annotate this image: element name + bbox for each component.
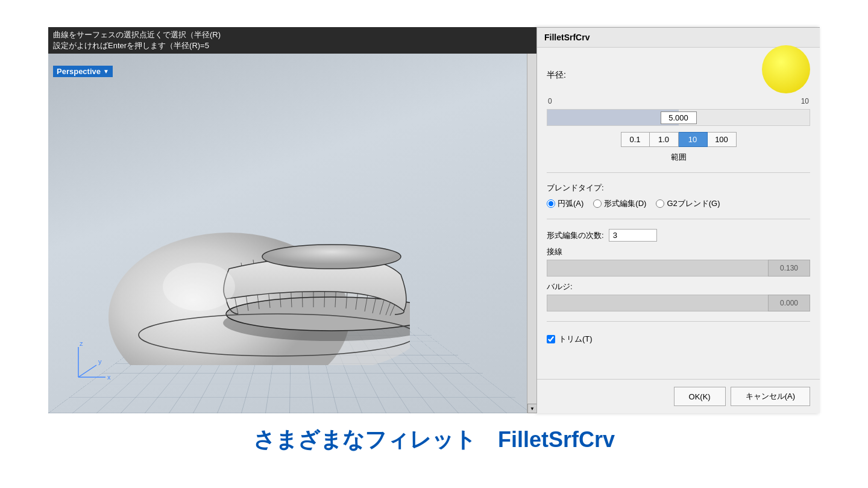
svg-text:x: x xyxy=(107,374,111,381)
shape-container xyxy=(108,136,410,365)
viewport: 曲線をサーフェスの選択点近くで選択（半径(R) 設定がよければEnterを押しま… xyxy=(48,27,536,413)
top-area: 曲線をサーフェスの選択点近くで選択（半径(R) 設定がよければEnterを押しま… xyxy=(48,27,820,413)
3d-shape-svg xyxy=(108,136,410,365)
radio-arc-label: 円弧(A) xyxy=(558,198,583,209)
scrollbar-track xyxy=(527,37,536,404)
radius-slider[interactable]: 5.000 xyxy=(547,109,810,126)
radio-g2blend[interactable]: G2ブレンド(G) xyxy=(656,198,720,209)
cancel-button[interactable]: キャンセル(A) xyxy=(731,387,810,406)
tangent-field-value[interactable]: 0.130 xyxy=(768,260,810,277)
divider-1 xyxy=(547,172,810,173)
format-degree-label: 形式編集の次数: xyxy=(547,230,604,241)
step-buttons-group: 0.1 1.0 10 100 xyxy=(547,132,810,147)
perspective-dropdown-arrow: ▼ xyxy=(103,68,109,75)
radius-section: 半径: 0 10 5.000 0.1 1.0 1 xyxy=(547,57,810,163)
main-container: 曲線をサーフェスの選択点近くで選択（半径(R) 設定がよければEnterを押しま… xyxy=(48,27,820,461)
trim-section[interactable]: トリム(T) xyxy=(547,334,810,345)
radio-format-label: 形式編集(D) xyxy=(604,198,646,209)
bulge-row: バルジ: 0.000 xyxy=(547,281,810,311)
command-line-1: 曲線をサーフェスの選択点近くで選択（半径(R) xyxy=(53,30,532,40)
svg-text:z: z xyxy=(80,341,83,347)
bulge-field-container: 0.000 xyxy=(547,295,810,311)
yellow-sphere-preview xyxy=(762,45,810,93)
tangent-row: 接線 0.130 xyxy=(547,246,810,277)
command-line-2: 設定がよければEnterを押します（半径(R)=5 xyxy=(53,40,532,51)
dialog-footer: OK(K) キャンセル(A) xyxy=(537,379,820,413)
slider-value-display: 5.000 xyxy=(661,111,697,124)
command-area: 曲線をサーフェスの選択点近くで選択（半径(R) 設定がよければEnterを押しま… xyxy=(48,27,536,54)
dialog-body: 半径: 0 10 5.000 0.1 1.0 1 xyxy=(537,48,820,379)
axes-indicator: z y x xyxy=(66,341,115,389)
caption-text: さまざまなフィレット FilletSrfCrv xyxy=(48,425,820,455)
slider-range-labels: 0 10 xyxy=(547,97,810,105)
blend-type-section: ブレンドタイプ: 円弧(A) 形式編集(D) G2ブレンド(G) xyxy=(547,183,810,209)
perspective-dropdown[interactable]: Perspective ▼ xyxy=(53,66,113,77)
divider-2 xyxy=(547,219,810,219)
dialog-title: FilletSrfCrv xyxy=(544,33,590,42)
svg-text:y: y xyxy=(98,358,102,365)
svg-line-26 xyxy=(78,365,96,377)
blend-type-label: ブレンドタイプ: xyxy=(547,183,810,193)
radius-label: 半径: xyxy=(547,70,566,81)
step-btn-0.1[interactable]: 0.1 xyxy=(621,132,650,147)
svg-point-23 xyxy=(163,263,235,311)
slider-min-label: 0 xyxy=(548,97,552,105)
blend-type-radio-group: 円弧(A) 形式編集(D) G2ブレンド(G) xyxy=(547,198,810,209)
perspective-label-text: Perspective xyxy=(57,67,101,76)
bulge-label: バルジ: xyxy=(547,281,810,292)
bulge-field-value[interactable]: 0.000 xyxy=(768,295,810,311)
tangent-label: 接線 xyxy=(547,246,810,257)
ok-button[interactable]: OK(K) xyxy=(674,387,726,406)
slider-fill xyxy=(547,110,679,125)
viewport-scrollbar[interactable]: ▲ ▼ xyxy=(527,27,536,413)
format-degree-dropdown[interactable]: 3 4 5 xyxy=(609,229,657,242)
step-btn-100[interactable]: 100 xyxy=(708,132,737,147)
slider-max-label: 10 xyxy=(801,97,809,105)
radius-header: 半径: xyxy=(547,57,810,93)
radio-arc[interactable]: 円弧(A) xyxy=(547,198,583,209)
dialog-panel: FilletSrfCrv 半径: 0 10 5.000 xyxy=(536,27,820,413)
bottom-caption: さまざまなフィレット FilletSrfCrv xyxy=(48,413,820,461)
scroll-down-button[interactable]: ▼ xyxy=(527,404,536,413)
tangent-field-container: 0.130 xyxy=(547,260,810,277)
trim-label: トリム(T) xyxy=(559,334,593,345)
trim-checkbox[interactable] xyxy=(547,335,555,343)
dialog-titlebar: FilletSrfCrv xyxy=(537,28,820,48)
range-label: 範囲 xyxy=(547,152,810,163)
radio-g2blend-label: G2ブレンド(G) xyxy=(667,198,720,209)
radio-arc-input[interactable] xyxy=(547,199,555,208)
divider-3 xyxy=(547,321,810,322)
format-degree-row: 形式編集の次数: 3 4 5 xyxy=(547,229,810,242)
radio-format[interactable]: 形式編集(D) xyxy=(593,198,646,209)
radio-g2blend-input[interactable] xyxy=(656,199,664,208)
radio-format-input[interactable] xyxy=(593,199,602,208)
step-btn-1.0[interactable]: 1.0 xyxy=(650,132,679,147)
svg-point-21 xyxy=(262,245,401,269)
form-section: 形式編集の次数: 3 4 5 接線 0.130 xyxy=(547,229,810,311)
step-btn-10[interactable]: 10 xyxy=(679,132,708,147)
